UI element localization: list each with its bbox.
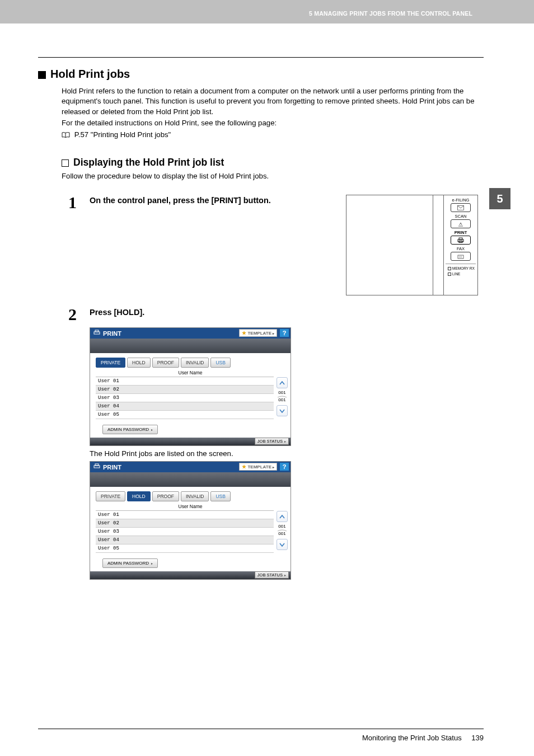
efiling-button-group: e-FILING	[446, 198, 476, 212]
list-item[interactable]: User 01	[96, 377, 274, 386]
screen-title-text: PRINT	[103, 464, 121, 471]
screen-title-bar: PRINT ★TEMPLATE▸ ?	[90, 462, 291, 472]
scroll-down-button[interactable]	[277, 405, 288, 416]
help-button[interactable]: ?	[280, 463, 289, 471]
tab-hold[interactable]: HOLD	[127, 358, 151, 368]
scroll-down-button[interactable]	[277, 539, 288, 550]
screen-spacer	[90, 339, 291, 353]
list-scroll-nav: 001 001	[276, 511, 288, 550]
print-button-group: PRINT	[446, 230, 476, 245]
star-icon: ★	[242, 330, 246, 336]
list-item[interactable]: User 02	[96, 386, 274, 394]
printer-icon	[93, 330, 100, 337]
job-list: User 01 User 02 User 03 User 04 User 05	[96, 377, 274, 419]
step-2-instruction: Press [HOLD].	[90, 307, 144, 317]
tab-hold[interactable]: HOLD	[127, 491, 151, 501]
list-item[interactable]: User 01	[96, 511, 274, 519]
scan-button[interactable]	[451, 219, 471, 228]
svg-rect-4	[458, 255, 463, 259]
step-number-1: 1	[68, 195, 90, 210]
screen-spacer	[90, 472, 291, 487]
tab-private[interactable]: PRIVATE	[96, 491, 125, 501]
svg-rect-2	[458, 240, 463, 242]
star-icon: ★	[242, 464, 246, 469]
subsection-lead: Follow the procedure below to display th…	[62, 172, 484, 180]
tab-usb[interactable]: USB	[210, 491, 230, 501]
svg-rect-6	[94, 332, 100, 334]
list-item[interactable]: User 02	[96, 519, 274, 528]
help-button[interactable]: ?	[280, 329, 289, 337]
list-item[interactable]: User 03	[96, 528, 274, 536]
intro-para-2: For the detailed instructions on Hold Pr…	[62, 118, 484, 128]
line-indicator: LINE	[448, 272, 476, 276]
fax-label: FAX	[457, 246, 465, 251]
page-header: 5 MANAGING PRINT JOBS FROM THE CONTROL P…	[0, 0, 534, 24]
list-item[interactable]: User 05	[96, 544, 274, 553]
page-indicator: 001 001	[277, 524, 287, 537]
control-panel-illustration: e-FILING SCAN PRINT FAX MEMORY RX LINE	[346, 195, 478, 295]
step-1-instruction: On the control panel, press the [PRINT] …	[90, 195, 271, 205]
efiling-label: e-FILING	[452, 198, 470, 203]
list-item[interactable]: User 03	[96, 394, 274, 402]
fax-button-group: FAX	[446, 246, 476, 261]
page-footer: Monitoring the Print Job Status 139	[38, 734, 484, 742]
tab-proof[interactable]: PROOF	[152, 358, 179, 368]
tab-proof[interactable]: PROOF	[152, 491, 179, 501]
list-item[interactable]: User 05	[96, 411, 274, 419]
section-title: Hold Print jobs	[50, 68, 130, 81]
svg-rect-8	[94, 466, 100, 468]
fax-button[interactable]	[451, 252, 471, 261]
bottom-status-bar: JOB STATUS▸	[90, 571, 291, 579]
footer-page-number: 139	[471, 734, 484, 742]
column-header: User Name	[90, 501, 291, 510]
template-button[interactable]: ★TEMPLATE▸	[239, 463, 277, 471]
book-icon	[62, 132, 70, 138]
svg-rect-1	[459, 238, 462, 240]
page-reference-text: P.57 "Printing Hold Print jobs"	[74, 130, 171, 139]
page-indicator: 001 001	[277, 391, 287, 403]
chapter-running-head: 5 MANAGING PRINT JOBS FROM THE CONTROL P…	[309, 10, 472, 17]
touch-screen-after: PRINT ★TEMPLATE▸ ? PRIVATE HOLD PROOF IN…	[90, 461, 291, 580]
intro-para-1: Hold Print refers to the function to ret…	[62, 86, 484, 117]
tab-private[interactable]: PRIVATE	[96, 358, 125, 368]
print-button[interactable]	[451, 236, 471, 245]
scan-button-group: SCAN	[446, 214, 476, 228]
job-list: User 01 User 02 User 03 User 04 User 05	[96, 510, 274, 553]
column-header: User Name	[90, 368, 291, 377]
list-item[interactable]: User 04	[96, 402, 274, 411]
step-number-2: 2	[68, 307, 90, 322]
subsection-title: Displaying the Hold Print job list	[73, 157, 224, 168]
tab-invalid[interactable]: INVALID	[181, 491, 209, 501]
list-scroll-nav: 001 001	[276, 377, 288, 416]
job-status-button[interactable]: JOB STATUS▸	[255, 571, 289, 579]
page-reference: P.57 "Printing Hold Print jobs"	[62, 130, 484, 140]
tab-invalid[interactable]: INVALID	[181, 358, 209, 368]
admin-password-button[interactable]: ADMIN PASSWORD▸	[102, 425, 158, 434]
efiling-button[interactable]	[451, 203, 471, 212]
section-bullet-icon	[38, 71, 46, 79]
scan-label: SCAN	[455, 214, 467, 219]
chapter-tab: 5	[489, 188, 510, 209]
list-item[interactable]: User 04	[96, 536, 274, 544]
job-status-button[interactable]: JOB STATUS▸	[255, 438, 289, 445]
bottom-status-bar: JOB STATUS▸	[90, 438, 291, 445]
step-2-result: The Hold Print jobs are listed on the sc…	[90, 449, 484, 458]
scroll-up-button[interactable]	[277, 511, 288, 522]
admin-password-button[interactable]: ADMIN PASSWORD▸	[102, 558, 158, 568]
tab-usb[interactable]: USB	[210, 358, 230, 368]
tabs-row: PRIVATE HOLD PROOF INVALID USB	[90, 353, 291, 368]
template-button[interactable]: ★TEMPLATE▸	[239, 329, 277, 337]
subsection-bullet-icon	[62, 159, 69, 167]
footer-section-name: Monitoring the Print Job Status	[362, 734, 462, 742]
tabs-row: PRIVATE HOLD PROOF INVALID USB	[90, 487, 291, 501]
screen-title-text: PRINT	[103, 330, 121, 337]
scroll-up-button[interactable]	[277, 377, 288, 388]
touch-screen-before: PRINT ★TEMPLATE▸ ? PRIVATE HOLD PROOF IN…	[90, 327, 291, 446]
printer-icon	[93, 463, 100, 471]
screen-title-bar: PRINT ★TEMPLATE▸ ?	[90, 328, 291, 339]
memory-rx-indicator: MEMORY RX	[448, 266, 476, 270]
print-label: PRINT	[455, 230, 467, 235]
